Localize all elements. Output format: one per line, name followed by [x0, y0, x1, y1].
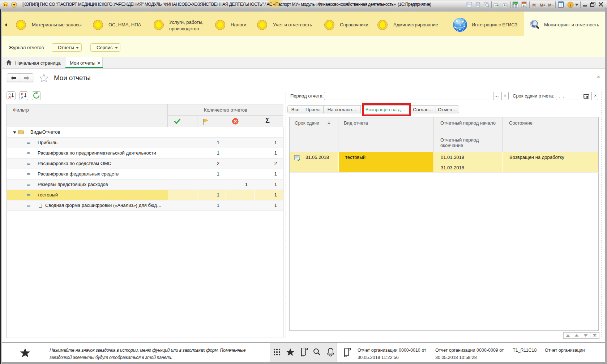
svg-text:31: 31: [522, 4, 526, 8]
svg-text:Я: Я: [8, 96, 10, 99]
svg-text:Я: Я: [21, 92, 23, 96]
svg-text:А: А: [8, 92, 11, 96]
svg-text:А: А: [21, 96, 23, 99]
